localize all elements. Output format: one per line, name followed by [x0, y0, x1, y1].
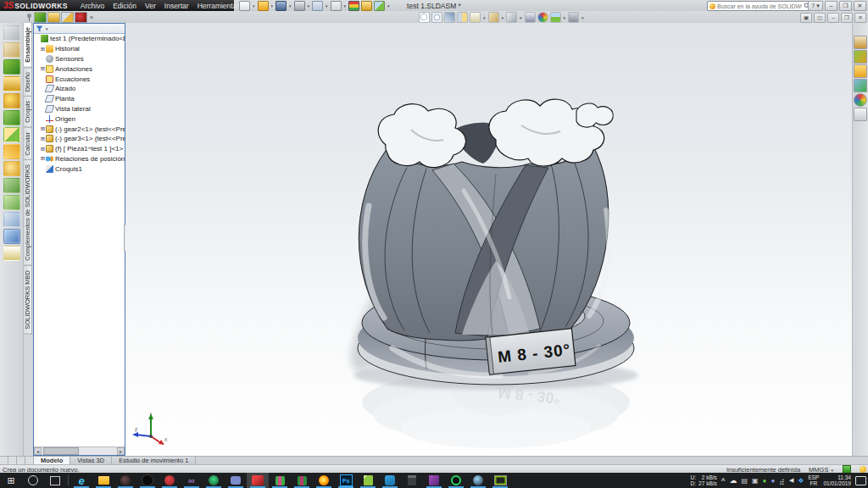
open-icon[interactable]	[258, 1, 269, 11]
tab-ensamblaje[interactable]: Ensamblaje	[24, 22, 32, 68]
help-search-box[interactable]: ▾	[707, 1, 817, 11]
game-dark-icon[interactable]	[114, 473, 136, 488]
edit-appearance-ball-icon[interactable]	[537, 12, 548, 23]
tree-item-vista-lateral[interactable]: Vista lateral	[34, 104, 125, 114]
tree-item-ecuaciones[interactable]: Ecuaciones	[34, 74, 125, 84]
tree-item-croquis1[interactable]: Croquis1	[34, 164, 125, 174]
pen-icon[interactable]	[3, 42, 20, 58]
tree-item-pieza1[interactable]: ⊞ (f) [ Pieza1^test 1 ]<1> -> (Pre	[34, 144, 125, 154]
propertymanager-tab-icon[interactable]	[47, 12, 60, 23]
reference-geometry-icon[interactable]	[3, 178, 20, 193]
tab-complementos[interactable]: Complementos de SOLIDWORKS	[24, 159, 32, 266]
start-button[interactable]: ⊞	[0, 473, 22, 488]
section-view-icon[interactable]	[457, 12, 468, 23]
dropbox-icon[interactable]: ❖	[798, 477, 804, 485]
tree-filter-row[interactable]: ▾	[34, 24, 125, 34]
scroll-right-icon[interactable]: ▸	[117, 447, 125, 455]
move-component-icon[interactable]	[3, 127, 20, 142]
menu-archivo[interactable]: Archivo	[76, 2, 108, 10]
tree-item-sensores[interactable]: Sensores	[34, 54, 125, 64]
close-button[interactable]: ✕	[854, 1, 866, 11]
tree-item-root[interactable]: test 1 (Predeterminado<Estado de	[34, 34, 125, 44]
featuremanager-tab-icon[interactable]	[34, 12, 47, 23]
bill-of-materials-icon[interactable]	[3, 212, 20, 227]
select-icon[interactable]	[331, 1, 342, 11]
configurationmanager-tab-icon[interactable]	[61, 12, 74, 23]
steam-icon[interactable]	[467, 473, 489, 488]
tab-croquis[interactable]: Croquis	[24, 96, 32, 128]
wave-app-icon[interactable]	[379, 473, 401, 488]
cortana-button[interactable]	[22, 473, 44, 488]
design-library-icon[interactable]	[854, 50, 867, 64]
green-doc-icon[interactable]	[357, 473, 379, 488]
expand-icon[interactable]: ⊞	[40, 46, 46, 53]
help-button[interactable]: ? ▾	[808, 1, 823, 11]
game-red-icon[interactable]	[159, 473, 181, 488]
tab-diseno[interactable]: Diseño	[24, 67, 32, 97]
menu-edicion[interactable]: Edición	[108, 2, 141, 10]
previous-view-icon[interactable]	[444, 12, 455, 23]
undo-icon[interactable]	[312, 1, 323, 11]
display-style-icon[interactable]	[506, 12, 517, 23]
tab-calcular[interactable]: Calcular	[24, 127, 32, 161]
menu-ver[interactable]: Ver	[141, 2, 160, 10]
zoom-to-area-icon[interactable]	[431, 12, 442, 23]
network-icon[interactable]: ⣴	[779, 476, 785, 485]
displaymanager-tab-icon[interactable]	[75, 12, 87, 23]
action-center-icon[interactable]	[855, 476, 866, 485]
doc-panel-button-2[interactable]: ◫	[814, 13, 826, 23]
mate-icon[interactable]	[3, 76, 20, 92]
new-motion-study-icon[interactable]	[3, 195, 20, 210]
minimize-button[interactable]: –	[825, 1, 837, 11]
firefox-icon[interactable]	[313, 473, 335, 488]
tree-item-alzado[interactable]: Alzado	[34, 84, 125, 94]
view-settings-icon[interactable]	[568, 12, 579, 23]
file-explorer-icon[interactable]	[92, 473, 114, 488]
expand-icon[interactable]: ⊞	[40, 146, 46, 152]
window-app-icon[interactable]: ▣	[752, 477, 759, 485]
exploded-view-icon[interactable]	[3, 229, 20, 244]
instant3d-icon[interactable]	[3, 246, 20, 261]
graphics-viewport[interactable]: M 8 - 30°	[125, 23, 853, 456]
onedrive-cloud-icon[interactable]: ☁	[729, 476, 737, 485]
file-explorer-pane-icon[interactable]	[854, 64, 867, 78]
component-pattern-icon[interactable]	[3, 93, 20, 108]
scroll-left-icon[interactable]: ◂	[34, 447, 42, 455]
show-hidden-components-icon[interactable]	[3, 144, 20, 159]
restore-button[interactable]: ❐	[839, 1, 852, 11]
tree-item-anotaciones[interactable]: ⊞ Anotaciones	[34, 64, 125, 74]
edit-appearance-icon[interactable]	[374, 1, 385, 11]
solidworks-taskbar-icon[interactable]	[247, 473, 269, 488]
app-bars-2-icon[interactable]	[291, 473, 313, 488]
volume-icon[interactable]: ◀	[789, 477, 793, 484]
panel-tabs-overflow[interactable]: »	[90, 14, 93, 20]
tree-item-planta[interactable]: Planta	[34, 94, 125, 104]
print-icon[interactable]	[294, 1, 305, 11]
menu-herramientas[interactable]: Herramientas	[193, 2, 245, 10]
app-bars-icon[interactable]	[269, 473, 291, 488]
calculator-icon[interactable]	[401, 473, 423, 488]
tree-item-gear3[interactable]: ⊞ (-) gear3<1> (test<<Predeterm	[34, 134, 125, 144]
tree-item-gear2[interactable]: ⊞ (-) gear2<1> (test<<Predeterm	[34, 124, 125, 134]
expand-icon[interactable]: ⊞	[40, 136, 46, 142]
doc-panel-button-1[interactable]: ▣	[800, 13, 812, 23]
photoshop-icon[interactable]: Ps	[335, 473, 357, 488]
file-properties-icon[interactable]	[361, 1, 372, 11]
custom-properties-icon[interactable]	[854, 108, 867, 121]
tree-item-origen[interactable]: Origen	[34, 114, 125, 124]
expand-icon[interactable]: ⊞	[40, 65, 46, 72]
screen-share-icon[interactable]	[489, 473, 511, 488]
appearances-scenes-icon[interactable]	[854, 93, 867, 107]
resource-monitor-icon[interactable]	[860, 466, 866, 473]
pin-icon[interactable]	[25, 13, 33, 22]
hide-show-items-icon[interactable]	[525, 12, 536, 23]
assembly-features-icon[interactable]	[3, 161, 20, 176]
filter-funnel-icon[interactable]	[36, 25, 43, 32]
visual-studio-icon[interactable]: ∞	[181, 473, 203, 488]
view-palette-icon[interactable]	[854, 79, 867, 92]
doc-minimize-button[interactable]: –	[827, 13, 839, 23]
rebuild-traffic-light-icon[interactable]	[348, 1, 359, 11]
doc-close-button[interactable]: ✕	[854, 13, 866, 23]
expand-icon[interactable]: ⊞	[40, 125, 46, 132]
new-document-icon[interactable]	[239, 1, 250, 11]
